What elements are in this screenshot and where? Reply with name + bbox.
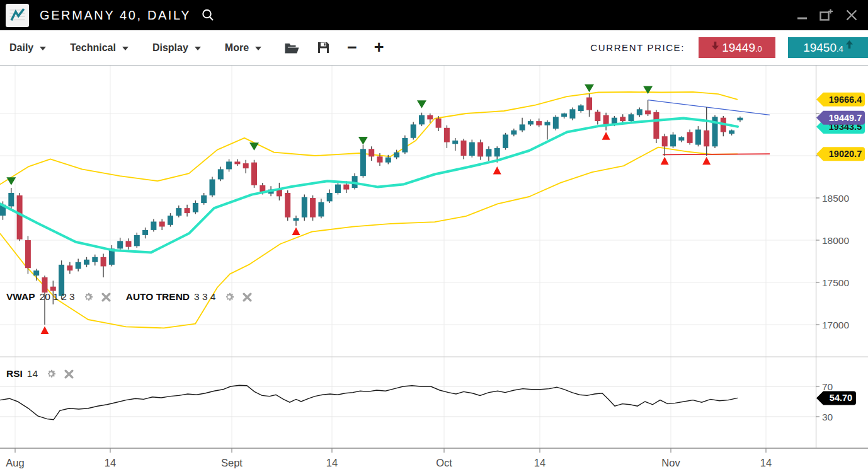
candle [678,137,684,141]
rsi-indicator-row: RSI 14 [6,368,74,379]
candle [637,109,642,115]
candle [25,240,31,268]
candle [159,222,165,227]
candle [176,208,181,216]
candle [310,198,316,217]
buy-price-value: 19450 [803,41,837,55]
svg-text:70: 70 [822,381,833,392]
support-line[interactable] [663,154,770,154]
chevron-down-icon [195,47,201,50]
sell-price-button[interactable]: 19449 .0 [699,37,775,58]
menu-display[interactable]: Display [152,42,201,54]
candle [394,153,399,158]
current-price-cluster: CURRENT PRICE: 19449 .0 19450 .4 [590,37,868,58]
svg-text:19020.7: 19020.7 [829,149,862,159]
svg-text:Aug: Aug [6,457,24,468]
candle [687,132,693,143]
window-controls [797,9,858,21]
candle [569,109,575,119]
popout-icon[interactable] [819,9,833,21]
chevron-down-icon [122,47,128,50]
red-up-triangle-icon [41,326,49,334]
candle [385,158,391,163]
rsi-line [0,385,738,420]
autotrend-settings-gear-icon[interactable] [224,291,235,303]
candle [126,241,132,246]
price-tag: 19666.4 [816,93,865,107]
open-chart-button[interactable] [284,42,300,54]
rsi-settings-gear-icon[interactable] [45,368,57,379]
candle [586,98,592,110]
current-price-label: CURRENT PRICE: [590,42,685,53]
vwap-remove-icon[interactable] [101,292,111,302]
vwap-line [0,118,738,252]
candle [101,257,106,267]
menu-technical-label: Technical [70,42,116,54]
candle [419,115,425,125]
candle [695,130,701,145]
candle [117,241,123,248]
candle [553,117,559,129]
autotrend-params: 3 3 4 [194,291,215,303]
resistance-trendline[interactable] [648,100,770,115]
vwap-settings-gear-icon[interactable] [83,291,94,303]
zoom-out-button[interactable]: − [347,39,357,56]
candle [327,193,333,201]
candle [729,130,734,134]
menu-more[interactable]: More [225,42,261,54]
candle [318,202,324,217]
candle [151,222,156,230]
open-folder-icon [284,42,300,54]
toolbar: Daily Technical Display More − + CURRENT… [0,30,868,66]
candle [17,195,23,240]
autotrend-label: AUTO TREND [126,291,190,303]
green-down-triangle-icon [358,137,368,145]
save-chart-button[interactable] [317,41,330,54]
candle [377,156,383,162]
rsi-remove-icon[interactable] [64,369,74,379]
zoom-in-button[interactable]: + [374,39,384,56]
candles [0,94,743,325]
buy-signal-markers [41,132,711,334]
price-tag: 19020.7 [816,147,865,161]
menu-timeframe-daily[interactable]: Daily [9,42,46,54]
candle [520,124,525,130]
candle [452,141,458,144]
menu-technical[interactable]: Technical [70,42,128,54]
svg-text:14: 14 [534,457,545,468]
candle [503,135,508,148]
toolbar-icon-group: − + [284,39,384,56]
candle [436,119,442,128]
svg-text:17000: 17000 [822,320,849,330]
candle [50,287,56,291]
candle [620,117,625,121]
candle [243,163,249,168]
svg-text:Nov: Nov [661,457,680,468]
autotrend-remove-icon[interactable] [243,292,252,302]
minimize-icon[interactable] [797,9,808,21]
candle [218,169,224,179]
candle [494,148,500,156]
candle [234,161,240,164]
buy-price-button[interactable]: 19450 .4 [788,37,868,58]
candle [226,161,232,169]
candle [561,113,567,117]
candle [545,122,551,125]
gridlines [0,65,816,448]
sell-price-frac: .0 [755,44,762,54]
price-up-arrow-icon [846,40,853,49]
vwap-params: 20 1 2 3 [40,291,75,303]
candle [704,130,709,147]
candle [469,142,475,156]
svg-text:19449.7: 19449.7 [829,113,862,123]
search-icon[interactable] [201,8,215,22]
candle [42,277,48,292]
candle [142,230,148,235]
price-chart-canvas[interactable]: 1950019000185001800017500170007030Aug14S… [0,0,868,469]
candle [477,142,483,157]
close-icon[interactable] [845,9,858,21]
price-tags: 19666.419343.519449.719020.754.70 [816,93,865,405]
candle [670,135,676,147]
candle [294,218,299,221]
candle [67,265,72,270]
